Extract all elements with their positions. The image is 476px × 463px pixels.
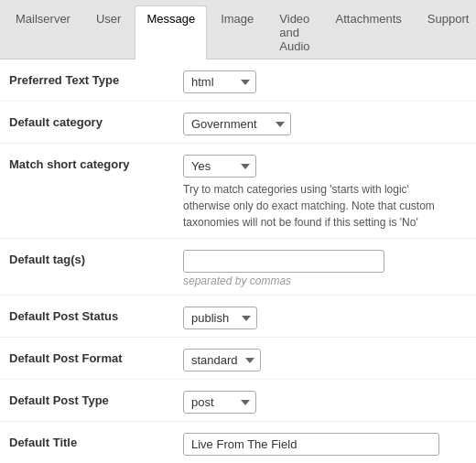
control-default-title bbox=[183, 429, 467, 456]
label-default-tags: Default tag(s) bbox=[9, 246, 183, 268]
control-preferred-text-type: htmlplain bbox=[183, 67, 467, 93]
tab-support[interactable]: Support bbox=[416, 5, 476, 59]
label-default-post-status: Default Post Status bbox=[9, 303, 183, 325]
select-default-post-type[interactable]: postpage bbox=[183, 391, 256, 414]
form-row-default-post-type: Default Post Typepostpage bbox=[0, 380, 476, 422]
control-default-post-format: standardasidegallerylinkimagequotestatus… bbox=[183, 345, 467, 371]
control-default-post-status: publishdraftpending bbox=[183, 303, 467, 329]
input-default-title[interactable] bbox=[183, 433, 439, 456]
label-default-post-format: Default Post Format bbox=[9, 345, 183, 367]
content-area: Preferred Text TypehtmlplainDefault cate… bbox=[0, 59, 476, 463]
label-preferred-text-type: Preferred Text Type bbox=[9, 67, 183, 89]
tab-bar: MailserverUserMessageImageVideo and Audi… bbox=[0, 0, 476, 59]
control-default-tags: separated by commas bbox=[183, 246, 467, 287]
hint-match-short-category: Try to match categories using 'starts wi… bbox=[183, 181, 458, 231]
select-wrap-preferred-text-type: htmlplain bbox=[183, 70, 467, 93]
select-default-post-format[interactable]: standardasidegallerylinkimagequotestatus… bbox=[183, 349, 261, 371]
tab-user[interactable]: User bbox=[84, 5, 133, 59]
select-preferred-text-type[interactable]: htmlplain bbox=[183, 70, 256, 93]
select-wrap-default-post-type: postpage bbox=[183, 391, 467, 414]
select-match-short-category[interactable]: YesNo bbox=[183, 155, 256, 178]
form-row-match-short-category: Match short categoryYesNoTry to match ca… bbox=[0, 144, 476, 239]
tab-image[interactable]: Image bbox=[209, 5, 265, 59]
select-wrap-default-post-format: standardasidegallerylinkimagequotestatus… bbox=[183, 349, 467, 371]
form-row-default-post-format: Default Post Formatstandardasidegalleryl… bbox=[0, 338, 476, 380]
label-default-title: Default Title bbox=[9, 429, 183, 451]
select-wrap-default-category: GovernmentUncategorized bbox=[183, 113, 467, 135]
form-row-default-tags: Default tag(s)separated by commas bbox=[0, 239, 476, 296]
tab-mailserver[interactable]: Mailserver bbox=[4, 5, 82, 59]
form-row-default-post-status: Default Post Statuspublishdraftpending bbox=[0, 296, 476, 338]
tab-attachments[interactable]: Attachments bbox=[324, 5, 414, 59]
tab-video-and-audio[interactable]: Video and Audio bbox=[267, 5, 321, 59]
form-row-preferred-text-type: Preferred Text Typehtmlplain bbox=[0, 59, 476, 102]
control-match-short-category: YesNoTry to match categories using 'star… bbox=[183, 151, 467, 231]
select-wrap-default-post-status: publishdraftpending bbox=[183, 307, 467, 329]
form-row-default-title: Default Title bbox=[0, 422, 476, 463]
control-default-category: GovernmentUncategorized bbox=[183, 109, 467, 135]
select-default-post-status[interactable]: publishdraftpending bbox=[183, 307, 257, 329]
control-default-post-type: postpage bbox=[183, 387, 467, 414]
form-row-default-category: Default categoryGovernmentUncategorized bbox=[0, 102, 476, 144]
input-default-tags[interactable] bbox=[183, 250, 384, 273]
label-default-post-type: Default Post Type bbox=[9, 387, 183, 409]
select-wrap-match-short-category: YesNo bbox=[183, 155, 467, 178]
select-default-category[interactable]: GovernmentUncategorized bbox=[183, 113, 291, 135]
label-default-category: Default category bbox=[9, 109, 183, 131]
placeholder-hint-default-tags: separated by commas bbox=[183, 275, 467, 287]
tab-message[interactable]: Message bbox=[135, 5, 207, 59]
label-match-short-category: Match short category bbox=[9, 151, 183, 173]
